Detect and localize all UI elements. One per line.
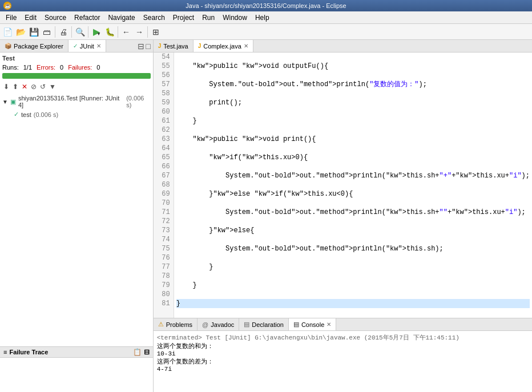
console-line: 10-3i — [157, 350, 529, 357]
menu-item-window[interactable]: Window — [219, 13, 251, 23]
test-time: (0.006 s) — [34, 111, 58, 118]
menu-item-navigate[interactable]: Navigate — [104, 13, 138, 23]
tab-test-java[interactable]: J Test.java — [154, 40, 194, 52]
tree-test-item[interactable]: ✓ test (0.006 s) — [14, 110, 151, 119]
code-line-63: "kw">public "kw">void print(){ — [176, 135, 530, 144]
minimize-btn[interactable]: ⊟ — [138, 42, 144, 51]
next-failure-btn[interactable]: ⬇ — [2, 82, 10, 91]
console-output: <terminated> Test [JUnit] G:\javachengxu… — [154, 331, 532, 392]
tab-javadoc[interactable]: @ Javadoc — [198, 318, 239, 330]
right-panel: J Test.java J Complex.java ✕ 54555657585… — [154, 40, 532, 392]
open-btn[interactable]: 📂 — [14, 26, 27, 38]
code-line-72 — [176, 217, 530, 226]
rerun-btn[interactable]: ↺ — [39, 82, 47, 91]
javadoc-icon: @ — [202, 321, 208, 328]
declaration-icon: ▤ — [244, 321, 249, 328]
copy-trace-btn[interactable]: 📋 — [133, 348, 142, 356]
tree-suite-item[interactable]: ▼ ▣ shiyan20135316.Test [Runner: JUnit 4… — [2, 94, 151, 110]
prev-edit-btn[interactable]: ← — [120, 26, 132, 38]
show-errors-btn[interactable]: ✕ — [21, 82, 29, 91]
suite-time: (0.006 s) — [126, 95, 150, 108]
tab-junit-label: JUnit — [80, 43, 94, 50]
menu-item-refactor[interactable]: Refactor — [71, 13, 103, 23]
save-all-btn[interactable]: 🗃 — [41, 26, 53, 38]
code-line-78 — [176, 272, 530, 281]
history-btn[interactable]: ▼ — [48, 82, 57, 91]
code-line-68 — [176, 180, 530, 189]
tab-declaration[interactable]: ▤ Declaration — [239, 318, 289, 330]
menu-item-run[interactable]: Run — [199, 13, 218, 23]
code-line-65: "kw">if("kw">this.xu>0){ — [176, 153, 530, 162]
code-line-62 — [176, 126, 530, 135]
tab-javadoc-label: Javadoc — [211, 321, 234, 328]
code-line-81: } — [176, 299, 530, 308]
show-stacktrace-btn[interactable]: ⊟ — [144, 348, 150, 356]
code-line-80 — [176, 290, 530, 299]
print-btn[interactable]: 🖨 — [57, 26, 70, 38]
errors-label: Errors: — [37, 64, 55, 71]
maximize-btn[interactable]: □ — [146, 42, 150, 51]
failure-trace-body — [0, 358, 153, 392]
debug-btn[interactable]: 🐛 — [103, 26, 116, 38]
menu-item-search[interactable]: Search — [140, 13, 168, 23]
tab-complex-java-label: Complex.java — [203, 43, 241, 50]
next-edit-btn[interactable]: → — [133, 26, 146, 38]
code-line-70 — [176, 199, 530, 208]
code-line-76 — [176, 253, 530, 262]
tab-junit[interactable]: ✓ JUnit ✕ — [68, 40, 106, 52]
menu-item-project[interactable]: Project — [170, 13, 198, 23]
search-btn[interactable]: 🔍 — [74, 26, 86, 38]
code-line-75: System."out-bold">out."method">println("… — [176, 244, 530, 253]
editor-tabs: J Test.java J Complex.java ✕ — [154, 40, 532, 52]
menu-item-source[interactable]: Source — [41, 13, 70, 23]
code-line-58 — [176, 89, 530, 98]
code-line-59: print(); — [176, 98, 530, 107]
app-icon: ☕ — [3, 2, 11, 10]
junit-title: Test — [2, 55, 151, 62]
package-explorer-icon: 📦 — [5, 43, 11, 49]
prev-failure-btn[interactable]: ⬆ — [11, 82, 19, 91]
console-terminated-line: <terminated> Test [JUnit] G:\javachengxu… — [157, 333, 529, 342]
tab-junit-close[interactable]: ✕ — [96, 43, 101, 49]
show-skipped-btn[interactable]: ⊘ — [30, 82, 38, 91]
menu-item-help[interactable]: Help — [252, 13, 273, 23]
tree-expand-icon: ▼ — [2, 99, 8, 105]
tab-problems-label: Problems — [166, 321, 192, 328]
new-btn[interactable]: 📄 — [1, 26, 14, 38]
code-line-67: System."out-bold">out."method">println("… — [176, 171, 530, 180]
bottom-panel-tabs: ⚠ Problems @ Javadoc ▤ Declaration ▤ Con… — [154, 318, 532, 331]
code-content[interactable]: "kw">public "kw">void outputFu(){ System… — [174, 52, 532, 318]
sep2 — [71, 26, 72, 38]
code-line-73: }"kw">else{ — [176, 226, 530, 235]
tab-console-close[interactable]: ✕ — [327, 321, 331, 328]
perspective-btn[interactable]: ⊞ — [150, 26, 162, 38]
suite-icon: ▣ — [10, 98, 16, 106]
run-last-btn[interactable]: ▶ ▼ — [90, 26, 103, 38]
console-line: 这两个复数的差为： — [157, 357, 529, 366]
menu-bar: FileEditSourceRefactorNavigateSearchProj… — [0, 11, 532, 24]
runs-value: 1/1 — [23, 64, 32, 71]
menu-item-file[interactable]: File — [2, 13, 20, 23]
main-area: 📦 Package Explorer ✓ JUnit ✕ ⊟ □ Test Ru… — [0, 40, 532, 392]
sep3 — [88, 26, 88, 38]
code-editor[interactable]: 5455565758596061626364656667686970717273… — [154, 52, 532, 318]
save-btn[interactable]: 💾 — [27, 26, 40, 38]
test-java-icon: J — [158, 43, 162, 49]
junit-panel: Test Runs: 1/1 Errors: 0 Failures: 0 ⬇ ⬆… — [0, 52, 153, 346]
line-numbers: 5455565758596061626364656667686970717273… — [154, 52, 174, 318]
sep5 — [147, 26, 148, 38]
panel-controls: ⊟ □ — [138, 40, 152, 52]
tab-problems[interactable]: ⚠ Problems — [154, 318, 198, 330]
failure-trace-header: ≡ Failure Trace 📋 ⊟ — [0, 347, 153, 358]
suite-label: shiyan20135316.Test [Runner: JUnit 4] — [18, 95, 124, 108]
menu-item-edit[interactable]: Edit — [21, 13, 40, 23]
tab-complex-java[interactable]: J Complex.java ✕ — [194, 40, 253, 52]
tab-package-explorer[interactable]: 📦 Package Explorer — [0, 40, 68, 52]
test-icon: ✓ — [14, 111, 19, 118]
tab-console-label: Console — [301, 321, 324, 328]
code-line-60 — [176, 107, 530, 116]
errors-value: 0 — [60, 64, 63, 71]
test-tree: ▼ ▣ shiyan20135316.Test [Runner: JUnit 4… — [2, 94, 151, 344]
tab-console[interactable]: ▤ Console ✕ — [289, 318, 336, 330]
tab-complex-java-close[interactable]: ✕ — [244, 43, 248, 49]
